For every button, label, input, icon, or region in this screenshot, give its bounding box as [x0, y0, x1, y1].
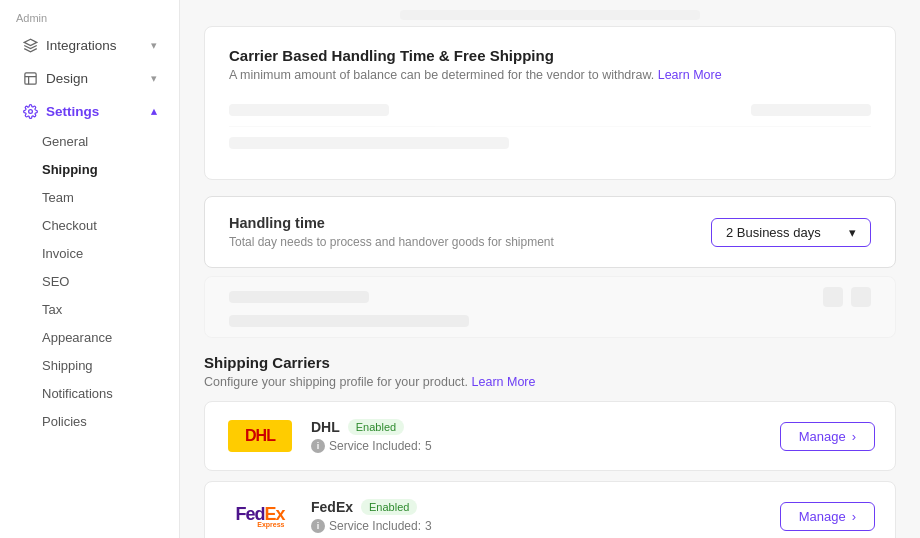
carriers-learn-more-link[interactable]: Learn More — [472, 375, 536, 389]
handling-time-info: Handling time Total day needs to process… — [229, 215, 554, 249]
info-icon: i — [311, 439, 325, 453]
fedex-info: FedEx Enabled i Service Included: 3 — [311, 499, 780, 533]
design-label: Design — [46, 71, 88, 86]
dhl-name: DHL — [311, 419, 340, 435]
handling-time-card: Handling time Total day needs to process… — [204, 196, 896, 268]
dhl-status-badge: Enabled — [348, 419, 404, 435]
carriers-desc: Configure your shipping profile for your… — [204, 375, 896, 389]
chevron-right-icon: › — [852, 429, 856, 444]
sidebar-sub-policies[interactable]: Policies — [0, 408, 179, 435]
settings-label: Settings — [46, 104, 99, 119]
fedex-logo: FedEx Express — [225, 496, 295, 536]
chevron-icon: ▾ — [151, 72, 157, 85]
chevron-down-icon: ▾ — [849, 225, 856, 240]
sidebar-sub-shipping2[interactable]: Shipping — [0, 352, 179, 379]
sidebar-sub-shipping[interactable]: Shipping — [0, 156, 179, 183]
svg-marker-0 — [24, 39, 37, 45]
handling-time-value: 2 Business days — [726, 225, 821, 240]
dhl-logo: DHL — [225, 416, 295, 456]
chevron-icon: ▾ — [151, 39, 157, 52]
ghost-desc-bar — [229, 137, 509, 149]
sidebar-sub-general[interactable]: General — [0, 128, 179, 155]
dhl-info: DHL Enabled i Service Included: 5 — [311, 419, 780, 453]
fedex-name: FedEx — [311, 499, 353, 515]
dhl-name-row: DHL Enabled — [311, 419, 780, 435]
handling-time-desc: Total day needs to process and handover … — [229, 235, 554, 249]
dhl-service-count: 5 — [425, 439, 432, 453]
ghost-business-days — [751, 104, 871, 116]
ghost-sub-row — [229, 127, 871, 159]
ghost-fee-label — [229, 291, 369, 303]
carrier-handling-section: Carrier Based Handling Time & Free Shipp… — [204, 26, 896, 180]
sidebar-item-integrations[interactable]: Integrations ▾ — [6, 29, 173, 61]
admin-label: Admin — [0, 4, 179, 28]
carrier-learn-more-link[interactable]: Learn More — [658, 68, 722, 82]
fedex-service-label: Service Included: — [329, 519, 421, 533]
sidebar-item-settings[interactable]: Settings ▴ — [6, 95, 173, 127]
dhl-carrier-card: DHL DHL Enabled i Service Included: 5 Ma… — [204, 401, 896, 471]
ghost-handling-time-row — [229, 94, 871, 127]
sidebar-item-design[interactable]: Design ▾ — [6, 62, 173, 94]
sidebar-sub-notifications[interactable]: Notifications — [0, 380, 179, 407]
info-icon: i — [311, 519, 325, 533]
sidebar-sub-seo[interactable]: SEO — [0, 268, 179, 295]
fedex-carrier-card: FedEx Express FedEx Enabled i Service In… — [204, 481, 896, 538]
chevron-right-icon: › — [852, 509, 856, 524]
ghost-handling-label — [229, 104, 389, 116]
settings-icon — [22, 103, 38, 119]
carrier-section-title: Carrier Based Handling Time & Free Shipp… — [229, 47, 871, 64]
design-icon — [22, 70, 38, 86]
svg-point-2 — [28, 109, 32, 113]
ghost-fee-controls — [823, 287, 871, 307]
fedex-status-badge: Enabled — [361, 499, 417, 515]
shipping-carriers-section: Shipping Carriers Configure your shippin… — [204, 354, 896, 538]
dhl-service-label: Service Included: — [329, 439, 421, 453]
sidebar-sub-invoice[interactable]: Invoice — [0, 240, 179, 267]
integrations-label: Integrations — [46, 38, 117, 53]
sidebar-sub-checkout[interactable]: Checkout — [0, 212, 179, 239]
sidebar-sub-tax[interactable]: Tax — [0, 296, 179, 323]
ghost-handling-fee-card — [204, 276, 896, 338]
fedex-service-count: 3 — [425, 519, 432, 533]
fedex-manage-button[interactable]: Manage › — [780, 502, 875, 531]
carrier-section-desc: A minimum amount of balance can be deter… — [229, 68, 871, 82]
sidebar-sub-team[interactable]: Team — [0, 184, 179, 211]
fedex-service-info: i Service Included: 3 — [311, 519, 780, 533]
layers-icon — [22, 37, 38, 53]
ghost-fee-desc — [229, 315, 469, 327]
sidebar-sub-appearance[interactable]: Appearance — [0, 324, 179, 351]
chevron-up-icon: ▴ — [151, 105, 157, 118]
handling-time-dropdown[interactable]: 2 Business days ▾ — [711, 218, 871, 247]
fedex-name-row: FedEx Enabled — [311, 499, 780, 515]
dhl-service-info: i Service Included: 5 — [311, 439, 780, 453]
main-content: Carrier Based Handling Time & Free Shipp… — [180, 0, 920, 538]
handling-time-title: Handling time — [229, 215, 554, 231]
ghost-top-bar — [204, 0, 896, 26]
carriers-title: Shipping Carriers — [204, 354, 896, 371]
svg-rect-1 — [24, 72, 35, 83]
dhl-manage-button[interactable]: Manage › — [780, 422, 875, 451]
sidebar: Admin Integrations ▾ Design ▾ Settings ▴… — [0, 0, 180, 538]
